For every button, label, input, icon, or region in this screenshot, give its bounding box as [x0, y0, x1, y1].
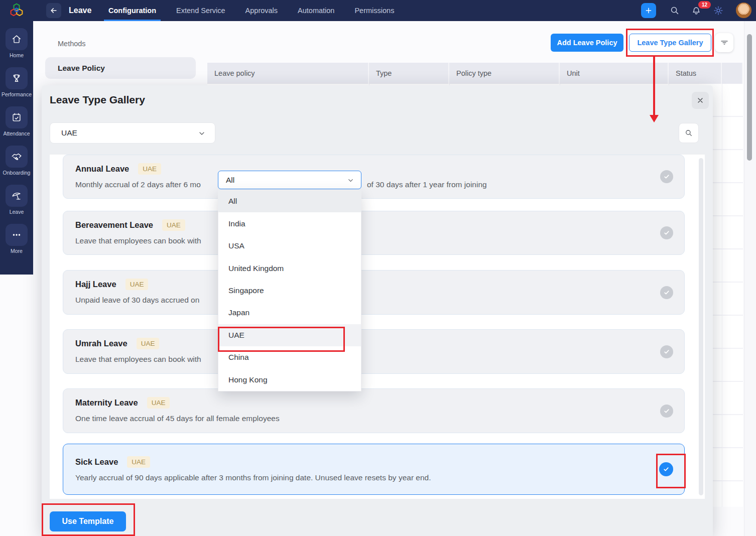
leave-type-card-sick-leave[interactable]: Sick LeaveUAEYearly accrual of 90 days a…	[63, 444, 685, 495]
leave-policy-table-header: Leave policyTypePolicy typeUnitStatus	[207, 63, 743, 84]
sidebar-item-onboarding[interactable]: Onboarding	[0, 146, 33, 185]
chevron-down-icon	[198, 129, 206, 138]
table-gridline	[722, 84, 722, 507]
sidebar-item-performance[interactable]: Performance	[0, 67, 33, 106]
sidebar-item-home[interactable]: Home	[0, 28, 33, 67]
dropdown-option-united-kingdom[interactable]: United Kingdom	[218, 257, 361, 279]
sidebar-item-attendance[interactable]: Attendance	[0, 106, 33, 146]
tab-automation[interactable]: Automation	[293, 0, 339, 21]
leave-type-card-annual-leave[interactable]: Annual LeaveUAEMonthly accrual of 2 days…	[63, 155, 685, 199]
tab-approvals[interactable]: Approvals	[241, 0, 282, 21]
screen: Methods Leave Policy Leave policyTypePol…	[0, 0, 756, 536]
dropdown-option-hong-kong[interactable]: Hong Kong	[218, 369, 361, 391]
country-dropdown-list: AllIndiaUSAUnited KingdomSingaporeJapanU…	[218, 190, 361, 391]
sidebar: HomePerformanceAttendanceOnboardingLeave…	[0, 21, 33, 275]
country-badge: UAE	[162, 219, 185, 231]
selected-check-icon[interactable]	[659, 462, 673, 476]
column-header-policy-type[interactable]: Policy type	[449, 63, 560, 84]
card-title-row: Umrah LeaveUAE	[75, 337, 684, 350]
card-country-dropdown[interactable]: All	[218, 171, 361, 189]
modal-search-button[interactable]	[679, 123, 699, 143]
check-icon[interactable]	[660, 226, 673, 239]
card-country-dropdown-value: All	[218, 176, 234, 185]
card-description-continued: of 30 days after 1 year from joining	[367, 179, 487, 190]
methods-label: Methods	[58, 40, 86, 48]
card-title: Sick Leave	[75, 457, 118, 467]
filter-icon	[720, 38, 729, 47]
user-avatar[interactable]	[736, 3, 751, 18]
leave-type-card-maternity-leave[interactable]: Maternity LeaveUAEOne time leave accrual…	[63, 388, 685, 433]
sidebar-item-leave[interactable]: Leave	[0, 185, 33, 224]
country-filter-value: UAE	[50, 128, 77, 138]
country-badge: UAE	[147, 397, 170, 409]
plus-icon	[645, 7, 653, 15]
chevron-down-icon	[347, 177, 354, 184]
sidebar-item-more[interactable]: More	[0, 224, 33, 263]
check-icon[interactable]	[660, 405, 673, 418]
country-badge: UAE	[127, 456, 150, 468]
column-header-empty[interactable]	[722, 63, 743, 84]
search-icon	[669, 5, 680, 16]
country-badge: UAE	[137, 338, 160, 349]
dropdown-option-uae[interactable]: UAE	[218, 324, 361, 346]
leave-type-list: Annual LeaveUAEMonthly accrual of 2 days…	[50, 155, 705, 499]
leave-type-gallery-modal: Leave Type Gallery UAE Annual LeaveUAEMo…	[42, 85, 713, 536]
column-header-unit[interactable]: Unit	[560, 63, 669, 84]
use-template-button[interactable]: Use Template	[50, 511, 126, 531]
card-description: Leave that employees can book with	[75, 235, 684, 246]
dropdown-option-all[interactable]: All	[218, 190, 361, 212]
card-title: Annual Leave	[75, 164, 129, 174]
module-title: Leave	[69, 0, 91, 21]
leave-policy-tab[interactable]: Leave Policy	[45, 57, 196, 79]
leave-type-card-bereavement-leave[interactable]: Bereavement LeaveUAELeave that employees…	[63, 211, 685, 255]
card-title-row: Bereavement LeaveUAE	[75, 218, 684, 231]
page-scrollbar-track[interactable]	[744, 21, 756, 536]
sidebar-item-label: Attendance	[0, 130, 33, 137]
dropdown-option-usa[interactable]: USA	[218, 235, 361, 257]
sidebar-item-label: Performance	[0, 91, 33, 97]
notification-count-badge: 12	[698, 1, 711, 9]
arrow-left-icon	[49, 6, 58, 15]
check-icon[interactable]	[660, 286, 673, 299]
tab-permissions[interactable]: Permissions	[350, 0, 399, 21]
leave-type-card-hajj-leave[interactable]: Hajj LeaveUAEUnpaid leave of 30 days acc…	[63, 270, 685, 315]
column-header-status[interactable]: Status	[669, 63, 722, 84]
global-search-button[interactable]	[669, 5, 680, 16]
add-button[interactable]	[641, 3, 656, 18]
filter-button[interactable]	[715, 33, 733, 52]
check-icon[interactable]	[660, 345, 673, 358]
card-title-row: Annual LeaveUAE	[75, 162, 684, 175]
tab-extend-service[interactable]: Extend Service	[172, 0, 230, 21]
card-description: Unpaid leave of 30 days accrued on	[75, 295, 684, 306]
sidebar-item-label: Onboarding	[0, 170, 33, 176]
more-icon	[6, 224, 28, 246]
card-title: Maternity Leave	[75, 398, 138, 408]
home-icon	[6, 28, 28, 50]
search-icon	[684, 128, 693, 138]
onboarding-icon	[6, 146, 28, 168]
card-title: Bereavement Leave	[75, 220, 153, 230]
card-description: One time leave accrual of 45 days for al…	[75, 413, 684, 424]
app-logo-icon[interactable]	[7, 2, 26, 20]
card-title: Umrah Leave	[75, 339, 128, 348]
dropdown-option-japan[interactable]: Japan	[218, 302, 361, 324]
leave-type-card-umrah-leave[interactable]: Umrah LeaveUAELeave that employees can b…	[63, 329, 685, 374]
leave-type-gallery-button[interactable]: Leave Type Gallery	[629, 34, 711, 52]
column-header-leave-policy[interactable]: Leave policy	[207, 63, 369, 84]
dropdown-option-india[interactable]: India	[218, 212, 361, 234]
column-header-type[interactable]: Type	[369, 63, 449, 84]
modal-scrollbar[interactable]	[699, 158, 703, 495]
dropdown-option-singapore[interactable]: Singapore	[218, 280, 361, 302]
page-scrollbar-thumb[interactable]	[747, 34, 752, 161]
country-filter-select[interactable]: UAE	[50, 122, 215, 144]
performance-icon	[6, 67, 28, 89]
back-button[interactable]	[46, 3, 61, 18]
dropdown-option-china[interactable]: China	[218, 346, 361, 368]
settings-button[interactable]	[713, 5, 724, 16]
check-icon[interactable]	[660, 170, 673, 183]
add-leave-policy-button[interactable]: Add Leave Policy	[551, 34, 623, 52]
tab-configuration[interactable]: Configuration	[104, 0, 161, 21]
card-description: Yearly accrual of 90 days applicable aft…	[75, 472, 684, 483]
sidebar-item-label: More	[0, 248, 33, 254]
modal-close-button[interactable]	[692, 92, 709, 109]
